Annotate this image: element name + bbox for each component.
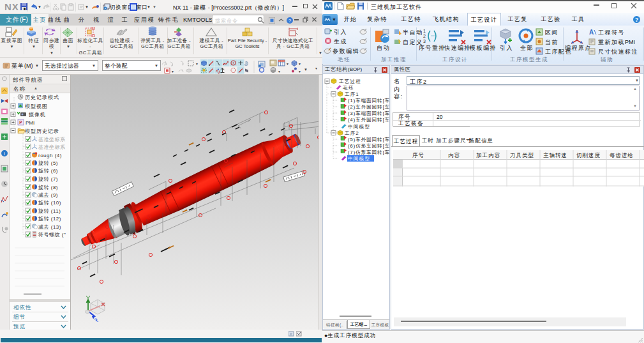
- svg-text:▼: ▼: [278, 70, 281, 73]
- svg-text:工艺过程: 工艺过程: [339, 79, 361, 84]
- svg-text:2: 2: [423, 34, 426, 38]
- svg-text:P: P: [19, 120, 22, 125]
- svg-text:PMI: PMI: [26, 120, 34, 126]
- svg-text:旋转 (5): 旋转 (5): [38, 160, 58, 166]
- svg-text:▼: ▼: [171, 70, 174, 73]
- svg-text:(5)车外圆回转[车: (5)车外圆回转[车: [348, 137, 389, 142]
- svg-text:旋转 (8): 旋转 (8): [38, 185, 58, 190]
- svg-text:i: i: [4, 151, 5, 156]
- svg-text:基准坐标系: 基准坐标系: [38, 137, 66, 142]
- svg-text:▼: ▼: [298, 70, 301, 73]
- svg-text:工序1: 工序1: [345, 91, 359, 97]
- svg-text:rough (4): rough (4): [38, 153, 62, 158]
- svg-text:旋转 (7): 旋转 (7): [38, 176, 58, 182]
- svg-text:(3)车端面回转[车: (3)车端面回转[车: [348, 111, 389, 116]
- svg-text:基准坐标系: 基准坐标系: [38, 144, 66, 150]
- svg-text:z: z: [35, 136, 36, 139]
- svg-text:中间模型: 中间模型: [348, 124, 370, 130]
- svg-text:?: ?: [635, 17, 638, 23]
- svg-text:毛坯: 毛坯: [343, 85, 354, 91]
- svg-text:(4)车外圆回转[车: (4)车外圆回转[车: [348, 117, 389, 123]
- svg-text:?: ?: [288, 18, 292, 24]
- svg-text:摄像机: 摄像机: [28, 112, 46, 118]
- svg-text:(6)仿形车回转[车: (6)仿形车回转[车: [348, 143, 389, 149]
- svg-text:(1)车端面回转[车: (1)车端面回转[车: [348, 98, 389, 103]
- svg-text:旋转 (6): 旋转 (6): [38, 168, 58, 174]
- svg-text:(2)车外圆回转[车: (2)车外圆回转[车: [348, 104, 389, 110]
- svg-text:3: 3: [423, 39, 426, 43]
- svg-text:工序2: 工序2: [345, 130, 359, 136]
- svg-text:模型历史记录: 模型历史记录: [25, 128, 59, 134]
- svg-text:旋转 (12): 旋转 (12): [38, 216, 61, 222]
- svg-text:减去 (13): 减去 (13): [38, 224, 61, 230]
- svg-text:符号螺纹 (": 符号螺纹 (": [38, 232, 66, 238]
- svg-text:历史记录模式: 历史记录模式: [25, 95, 59, 100]
- svg-text:z: z: [35, 144, 36, 147]
- svg-text:旋转 (11): 旋转 (11): [38, 208, 61, 214]
- svg-text:模型视图: 模型视图: [25, 103, 48, 109]
- svg-text:▼: ▼: [298, 62, 301, 66]
- svg-text:A: A: [589, 29, 594, 36]
- svg-text:▼: ▼: [315, 66, 318, 70]
- svg-text:▼: ▼: [195, 62, 198, 66]
- svg-text:▼: ▼: [286, 62, 289, 66]
- svg-text:1: 1: [423, 29, 426, 33]
- svg-text:(7)仿形车回转[车: (7)仿形车回转[车: [348, 149, 389, 155]
- svg-text:中间模型: 中间模型: [348, 156, 370, 162]
- svg-text:减去 (9): 减去 (9): [38, 192, 58, 198]
- svg-text:旋转 (10): 旋转 (10): [38, 200, 61, 206]
